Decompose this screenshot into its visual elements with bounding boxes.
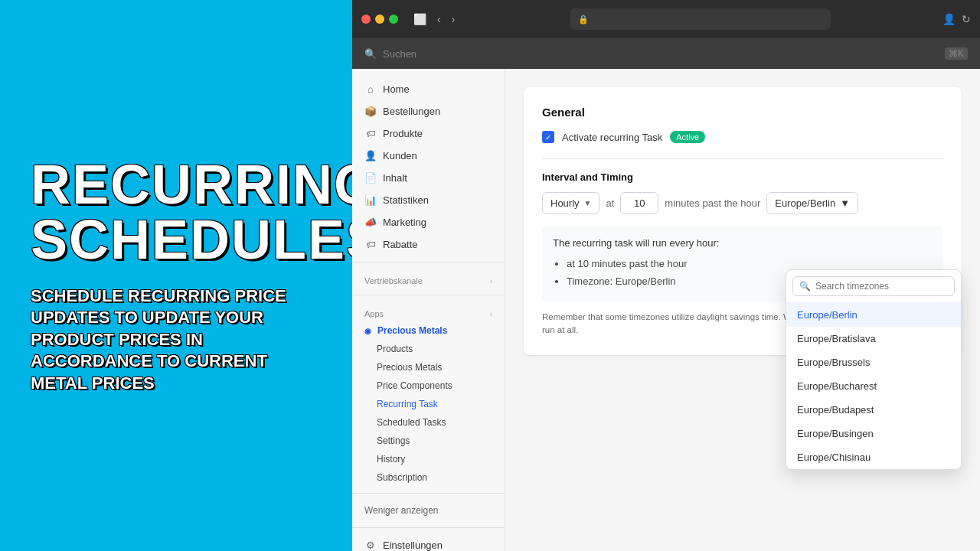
sidebar-sub-item-precious-metals[interactable]: Precious Metals (352, 358, 505, 377)
sidebar-item-label: Marketing (383, 217, 426, 228)
tz-search-icon: 🔍 (799, 281, 811, 292)
sidebar-item-produkte[interactable]: 🏷Produkte (352, 122, 505, 145)
tz-list: Europe/BerlinEurope/BratislavaEurope/Bru… (786, 303, 961, 469)
sidebar-item-label: Inhalt (383, 172, 407, 184)
divider-general (542, 158, 943, 159)
sidebar-apps-chevron[interactable]: › (490, 310, 492, 318)
sidebar-section-vertrieb: Vertriebskanale › (352, 269, 505, 289)
tz-item-europe-budapest[interactable]: Europe/Budapest (786, 398, 961, 422)
activate-row: ✓ Activate recurring Task Active (542, 131, 943, 143)
at-label: at (606, 197, 614, 209)
sidebar-divider-3 (352, 527, 505, 528)
sidebar-sub-item-products[interactable]: Products (352, 340, 505, 358)
description-header: The recurring task will run every hour: (553, 237, 933, 249)
sidebar-settings-label: Einstellungen (383, 540, 443, 551)
tz-search-box: 🔍 (786, 270, 961, 303)
minutes-label: minutes past the hour (665, 197, 760, 209)
sidebar-item-dot: ◉ (364, 327, 371, 335)
general-title: General (542, 106, 943, 119)
sidebar-item-home[interactable]: ⌂Home (352, 78, 505, 100)
timezone-value: Europe/Berlin (775, 197, 835, 209)
back-icon[interactable]: ‹ (434, 11, 444, 27)
traffic-light-yellow[interactable] (375, 15, 384, 24)
search-bar: 🔍 Suchen ⌘K (352, 38, 980, 69)
left-subtitle: SCHEDULE RECURRING PRICE UPDATES TO UPDA… (31, 285, 322, 395)
sidebar-sub-item-recurring-task[interactable]: Recurring Task (352, 395, 505, 413)
tz-item-europe-busingen[interactable]: Europe/Busingen (786, 422, 961, 445)
nav-icon: 🏷 (364, 239, 377, 250)
activate-checkbox[interactable]: ✓ (542, 131, 554, 143)
interval-value: Hourly (550, 197, 580, 209)
sidebar-sub-item-price-components[interactable]: Price Components (352, 377, 505, 395)
left-panel: RECURRING SCHEDULES SCHEDULE RECURRING P… (0, 0, 352, 551)
sidebar-item-kunden[interactable]: 👤Kunden (352, 145, 505, 167)
sidebar-sub-item-scheduled-tasks[interactable]: Scheduled Tasks (352, 413, 505, 432)
tz-search-input[interactable] (815, 281, 948, 292)
sidebar-section-chevron[interactable]: › (490, 277, 492, 285)
sidebar-item-bestellungen[interactable]: 📦Bestellungen (352, 100, 505, 122)
tz-item-europe-chisinau[interactable]: Europe/Chisinau (786, 445, 961, 469)
timezone-select[interactable]: Europe/Berlin ▼ (766, 192, 858, 214)
sidebar-item-settings[interactable]: ⚙ Einstellungen (352, 534, 505, 551)
sidebar-item-inhalt[interactable]: 📄Inhalt (352, 167, 505, 189)
timezone-arrow-icon: ▼ (840, 197, 850, 209)
sidebar-divider-2 (352, 295, 505, 295)
nav-icon: ⌂ (364, 83, 377, 95)
interval-select[interactable]: Hourly ▼ (542, 192, 599, 214)
nav-icon: 📄 (364, 172, 377, 184)
nav-icon: 🏷 (364, 128, 377, 139)
tz-item-europe-bucharest[interactable]: Europe/Bucharest (786, 374, 961, 398)
interval-title: Interval and Timing (542, 171, 943, 183)
browser-panel: ⬜ ‹ › 🔒 👤 ↻ 🔍 Suchen ⌘K ⌂Home📦Bestellung… (352, 0, 980, 551)
sidebar-item-precious-metals[interactable]: ◉ Precious Metals (352, 321, 505, 340)
sidebar-section-label: Vertriebskanale (364, 276, 423, 285)
address-bar[interactable]: 🔒 (570, 8, 831, 30)
browser-person-icon[interactable]: 👤 (942, 13, 956, 25)
search-bar-inner[interactable]: 🔍 Suchen (364, 48, 939, 60)
lock-icon: 🔒 (578, 15, 589, 24)
timezone-dropdown: 🔍 Europe/BerlinEurope/BratislavaEurope/B… (786, 269, 962, 470)
sidebar-item-statistiken[interactable]: 📊Statistiken (352, 189, 505, 211)
sidebar-bottom: Weniger anzeigen (352, 493, 505, 521)
sidebar-item-label: Statistiken (383, 194, 429, 206)
browser-window-controls: ⬜ ‹ › (410, 11, 458, 27)
traffic-light-red[interactable] (361, 15, 371, 24)
nav-icon: 📦 (364, 106, 377, 117)
tz-search-inner[interactable]: 🔍 (792, 276, 955, 296)
sidebar-item-rabatte[interactable]: 🏷Rabatte (352, 233, 505, 256)
sidebar-apps-label: Apps (364, 309, 384, 318)
tz-item-europe-bratislava[interactable]: Europe/Bratislava (786, 327, 961, 350)
nav-icon: 📣 (364, 217, 377, 228)
sidebar-item-show-less[interactable]: Weniger anzeigen (352, 500, 505, 521)
browser-refresh-icon[interactable]: ↻ (962, 13, 971, 25)
browser-bar: ⬜ ‹ › 🔒 👤 ↻ (352, 0, 980, 38)
sidebar-item-label: Home (383, 83, 410, 95)
interval-arrow-icon: ▼ (584, 199, 592, 207)
sidebar-divider-1 (352, 262, 505, 262)
left-title: RECURRING SCHEDULES (31, 157, 384, 267)
tz-item-europe-berlin[interactable]: Europe/Berlin (786, 303, 961, 327)
sidebar-item-label: Rabatte (383, 239, 418, 250)
sidebar-sub-item-history[interactable]: History (352, 450, 505, 468)
forward-icon[interactable]: › (449, 11, 459, 27)
sidebar-sub-item-subscription[interactable]: Subscription (352, 468, 505, 487)
window-icon[interactable]: ⬜ (410, 11, 430, 27)
app-content: ⌂Home📦Bestellungen🏷Produkte👤Kunden📄Inhal… (352, 69, 980, 551)
traffic-lights (361, 15, 398, 24)
sidebar-item-label: Bestellungen (383, 106, 440, 117)
status-badge: Active (670, 131, 705, 143)
sidebar-app-name: Precious Metals (377, 325, 447, 336)
sidebar-show-less-label: Weniger anzeigen (364, 505, 439, 516)
search-icon: 🔍 (364, 48, 377, 60)
sidebar-item-label: Kunden (383, 150, 417, 161)
sidebar-sub-item-settings[interactable]: Settings (352, 432, 505, 450)
traffic-light-green[interactable] (389, 15, 398, 24)
settings-icon: ⚙ (364, 540, 377, 551)
search-placeholder-text: Suchen (383, 48, 416, 60)
nav-icon: 📊 (364, 194, 377, 206)
minutes-input[interactable]: 10 (620, 192, 658, 214)
main-area: General ✓ Activate recurring Task Active… (505, 69, 980, 551)
tz-item-europe-brussels[interactable]: Europe/Brussels (786, 350, 961, 374)
browser-right-icons: 👤 ↻ (942, 13, 971, 25)
sidebar-item-marketing[interactable]: 📣Marketing (352, 211, 505, 233)
